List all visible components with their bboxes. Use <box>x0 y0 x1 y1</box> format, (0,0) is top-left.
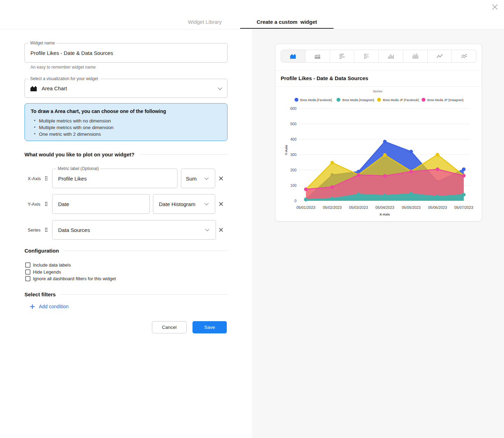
checkbox[interactable] <box>25 269 30 275</box>
preview-panel: Profile Likes - Date & Data Sources 0100… <box>252 29 504 438</box>
chevron-down-icon <box>218 87 222 90</box>
chart-type-area[interactable] <box>281 50 306 62</box>
area-chart-icon <box>30 85 37 92</box>
divider <box>275 70 482 71</box>
multi-line-chart-icon <box>460 52 468 60</box>
checkbox[interactable] <box>25 262 30 268</box>
metric-label-value[interactable]: Profile Likes <box>58 169 87 188</box>
remove-x-axis-icon[interactable] <box>219 176 223 181</box>
chart-type-stacked-bar-vertical[interactable] <box>403 50 428 62</box>
cancel-button[interactable]: Cancel <box>152 321 187 333</box>
drag-handle-icon[interactable] <box>45 227 48 232</box>
svg-text:X-Axis: X-Axis <box>379 212 390 216</box>
option-include-data-labels: Include data labels <box>25 262 116 268</box>
option-ignore-filters: Ignore all dashboard filters for this wi… <box>25 276 116 281</box>
svg-text:Series: Series <box>373 89 383 93</box>
info-box: To draw a Area chart, you can choose one… <box>24 103 227 141</box>
widget-name-helper: An easy to remember widget name <box>30 65 96 70</box>
svg-text:05/03/2023: 05/03/2023 <box>349 205 368 210</box>
option-hide-legends: Hide Legends <box>25 269 116 275</box>
vertical-bar-chart-icon <box>387 52 394 60</box>
dialog-header: Widget Library Create a custom widget <box>0 0 504 29</box>
horizontal-bar-chart-icon <box>338 52 346 60</box>
form-panel: Widget name Profile Likes - Date & Data … <box>0 29 252 438</box>
svg-text:500: 500 <box>290 122 296 126</box>
y-axis-label: Y-Axis <box>28 202 40 207</box>
svg-text:05/04/2023: 05/04/2023 <box>375 205 394 210</box>
date-histogram-select[interactable]: Date Histogram <box>153 194 215 214</box>
series-label: Series <box>28 227 41 233</box>
stacked-vertical-bar-chart-icon <box>411 52 419 60</box>
chevron-down-icon <box>204 203 209 206</box>
tab-widget-library[interactable]: Widget Library <box>174 17 236 29</box>
date-field[interactable]: Date <box>52 194 150 214</box>
preview-chart-title: Profile Likes - Date & Data Sources <box>281 75 368 81</box>
line-chart-icon <box>436 52 443 60</box>
svg-text:Brew Media [Facebook]: Brew Media [Facebook] <box>300 98 332 102</box>
chart-type-line[interactable] <box>428 50 452 62</box>
chart-type-toolbar <box>281 50 476 63</box>
save-button[interactable]: Save <box>192 321 227 333</box>
tab-create-custom-widget[interactable]: Create a custom widget <box>240 17 334 29</box>
chart-type-stacked-bar-horizontal[interactable] <box>354 50 379 62</box>
info-box-item: One metric with 2 dimensions <box>31 131 221 137</box>
metric-label-field[interactable]: Metric label (Optional) Profile Likes <box>52 169 177 188</box>
stacked-horizontal-bar-chart-icon <box>363 52 370 60</box>
configuration-heading: Configuration <box>24 248 227 254</box>
svg-text:600: 600 <box>290 106 296 111</box>
chart-type-stacked-area[interactable] <box>306 50 330 62</box>
chevron-down-icon <box>205 229 209 232</box>
chevron-down-icon <box>204 177 209 180</box>
chart-type-bar-vertical[interactable] <box>379 50 403 62</box>
info-box-item: Multiple metrics with no dimension <box>31 118 221 124</box>
svg-text:Brew Media [Instagram]: Brew Media [Instagram] <box>342 98 374 102</box>
drag-handle-icon[interactable] <box>45 202 48 206</box>
y-axis-row: Y-Axis Date Date Histogram <box>24 194 227 214</box>
preview-card: Profile Likes - Date & Data Sources 0100… <box>275 44 482 221</box>
series-row: Series Data Sources <box>24 220 227 240</box>
svg-text:300: 300 <box>290 153 296 157</box>
plot-section-heading: What would you like to plot on your widg… <box>24 151 227 157</box>
series-select[interactable]: Data Sources <box>52 220 216 240</box>
svg-text:0: 0 <box>294 199 296 203</box>
svg-text:100: 100 <box>290 183 296 188</box>
checkbox[interactable] <box>25 276 30 281</box>
svg-text:Brew Media JP [Instagram]: Brew Media JP [Instagram] <box>427 98 463 102</box>
info-box-item: Multiple metrics with one dimension <box>31 124 221 131</box>
select-filters-heading: Select filters <box>24 291 227 297</box>
drag-handle-icon[interactable] <box>45 176 48 181</box>
visualization-value: Area Chart <box>42 79 67 98</box>
svg-text:Brew Media JP [Facebook]: Brew Media JP [Facebook] <box>383 98 419 102</box>
plus-icon <box>30 304 35 309</box>
stacked-area-chart-icon <box>314 52 321 60</box>
create-widget-dialog: Widget Library Create a custom widget Wi… <box>0 0 504 438</box>
add-condition-button[interactable]: Add condition <box>30 304 69 309</box>
chart-type-bar-horizontal[interactable] <box>330 50 355 62</box>
close-icon[interactable] <box>491 3 498 10</box>
aggregation-select[interactable]: Sum <box>181 169 215 188</box>
widget-name-field[interactable]: Widget name Profile Likes - Date & Data … <box>24 43 227 63</box>
svg-text:Y-Axis: Y-Axis <box>284 145 288 155</box>
area-chart-icon <box>289 52 297 60</box>
svg-text:05/02/2023: 05/02/2023 <box>323 205 342 210</box>
info-box-title: To draw a Area chart, you can choose one… <box>31 108 221 114</box>
remove-y-axis-icon[interactable] <box>219 202 223 206</box>
svg-text:05/05/2023: 05/05/2023 <box>402 205 421 210</box>
visualization-select[interactable]: Select a visualization for your widget A… <box>24 79 227 98</box>
svg-text:200: 200 <box>290 168 296 172</box>
x-axis-row: X-Axis Metric label (Optional) Profile L… <box>24 169 227 188</box>
x-axis-label: X-Axis <box>28 176 41 181</box>
svg-text:05/06/2023: 05/06/2023 <box>428 205 447 210</box>
widget-name-value[interactable]: Profile Likes - Date & Data Sources <box>30 43 113 62</box>
remove-series-icon[interactable] <box>219 228 223 232</box>
chart-type-multi-line[interactable] <box>452 50 476 62</box>
configuration-options: Include data labels Hide Legends Ignore … <box>25 262 116 283</box>
svg-text:05/01/2023: 05/01/2023 <box>296 205 315 210</box>
area-chart: 010020030040050060005/01/202305/02/20230… <box>275 87 482 222</box>
svg-text:05/07/2023: 05/07/2023 <box>454 205 473 210</box>
svg-text:400: 400 <box>290 137 296 141</box>
